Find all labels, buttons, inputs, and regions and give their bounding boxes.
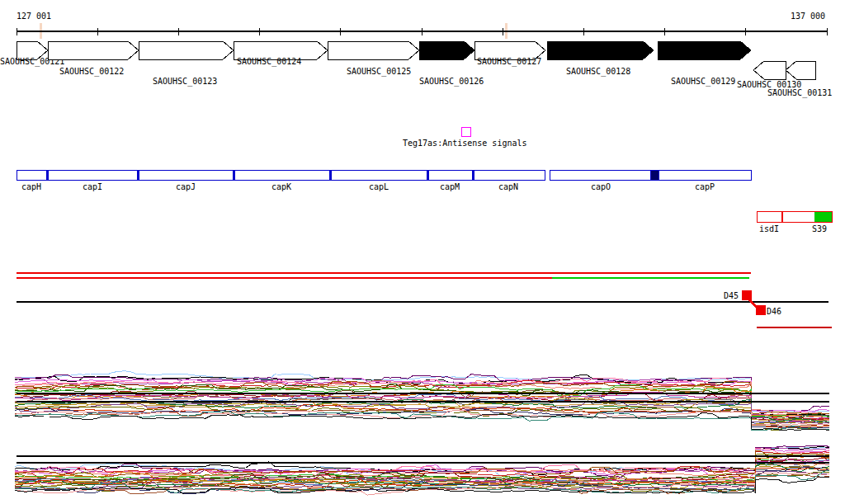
ruler-end-label: 137 000 bbox=[791, 12, 825, 21]
reverse-coverage-band bbox=[15, 446, 829, 496]
cap-label-capL: capL bbox=[369, 182, 389, 191]
cap-label-capJ: capJ bbox=[176, 182, 196, 191]
gene-label-SAOUHSC_00129: SAOUHSC_00129 bbox=[671, 77, 735, 87]
browser-canvas: 127 001 137 000 Teg17as:Antisense signal… bbox=[0, 0, 845, 504]
cap-segment-capI[interactable] bbox=[47, 170, 138, 180]
marker-box-D46[interactable] bbox=[756, 305, 766, 315]
gene-arrow-SAOUHSC_00125[interactable] bbox=[328, 41, 419, 59]
gene-arrow-SAOUHSC_00129[interactable] bbox=[658, 41, 751, 59]
gene-label-SAOUHSC_00127: SAOUHSC_00127 bbox=[477, 57, 541, 67]
cap-separator bbox=[46, 170, 49, 180]
cap-label-capO: capO bbox=[591, 182, 611, 191]
cap-label-capN: capN bbox=[498, 182, 518, 191]
srna-segment-green[interactable] bbox=[814, 211, 832, 222]
antisense-feature-box[interactable] bbox=[461, 127, 470, 136]
cap-separator bbox=[137, 170, 139, 180]
srna-label-S39: S39 bbox=[812, 224, 827, 233]
gene-label-SAOUHSC_00131: SAOUHSC_00131 bbox=[767, 88, 832, 98]
cap-segment-capL[interactable] bbox=[330, 170, 427, 180]
cap-label-capI: capI bbox=[83, 182, 102, 191]
srna-label-isdI: isdI bbox=[759, 224, 779, 233]
coverage-line bbox=[15, 446, 829, 478]
marker-label-D46: D46 bbox=[767, 307, 781, 316]
cap-label-capK: capK bbox=[271, 182, 291, 191]
cap-segment-capH[interactable] bbox=[17, 170, 47, 180]
cap-label-capH: capH bbox=[21, 182, 41, 191]
antisense-track-label: Teg17as:Antisense signals bbox=[403, 139, 527, 148]
cap-segment-capO[interactable] bbox=[550, 170, 650, 180]
genome-browser: 127 001 137 000 Teg17as:Antisense signal… bbox=[0, 0, 845, 504]
tracks: SAOUHSC_00121SAOUHSC_00122SAOUHSC_00123S… bbox=[0, 23, 832, 495]
gene-arrow-SAOUHSC_00122[interactable] bbox=[48, 41, 139, 59]
gene-label-SAOUHSC_00124: SAOUHSC_00124 bbox=[237, 57, 301, 67]
gene-label-SAOUHSC_00126: SAOUHSC_00126 bbox=[419, 77, 484, 87]
forward-coverage-band bbox=[15, 371, 829, 431]
gene-label-SAOUHSC_00128: SAOUHSC_00128 bbox=[566, 67, 630, 77]
cap-segment-capM[interactable] bbox=[427, 170, 473, 180]
coverage-line bbox=[15, 412, 829, 431]
gene-arrow-SAOUHSC_00131[interactable] bbox=[786, 61, 815, 79]
cap-separator bbox=[233, 170, 235, 180]
cap-segment-capJ[interactable] bbox=[138, 170, 234, 180]
cap-label-capP: capP bbox=[695, 182, 715, 191]
cap-segment-junction[interactable] bbox=[650, 170, 659, 180]
gene-label-SAOUHSC_00125: SAOUHSC_00125 bbox=[347, 67, 411, 77]
cap-label-capM: capM bbox=[440, 182, 460, 191]
gene-label-SAOUHSC_00123: SAOUHSC_00123 bbox=[153, 77, 217, 87]
cap-segment-capK[interactable] bbox=[234, 170, 330, 180]
marker-box-D45[interactable] bbox=[742, 290, 752, 300]
ruler-start-label: 127 001 bbox=[17, 12, 51, 21]
cap-separator bbox=[427, 170, 429, 180]
cap-separator bbox=[472, 170, 474, 180]
gene-arrow-SAOUHSC_00126[interactable] bbox=[419, 41, 474, 59]
coverage-line bbox=[15, 395, 829, 422]
coverage-line bbox=[15, 371, 829, 412]
cap-segment-capP[interactable] bbox=[659, 170, 751, 180]
cap-segment-capN[interactable] bbox=[473, 170, 545, 180]
gene-arrow-SAOUHSC_00128[interactable] bbox=[547, 41, 654, 59]
gene-arrow-SAOUHSC_00123[interactable] bbox=[139, 41, 234, 59]
gene-label-SAOUHSC_00122: SAOUHSC_00122 bbox=[59, 67, 124, 77]
cap-separator bbox=[329, 170, 332, 180]
gene-arrow-SAOUHSC_00130[interactable] bbox=[753, 61, 786, 79]
marker-label-D45: D45 bbox=[724, 291, 739, 300]
